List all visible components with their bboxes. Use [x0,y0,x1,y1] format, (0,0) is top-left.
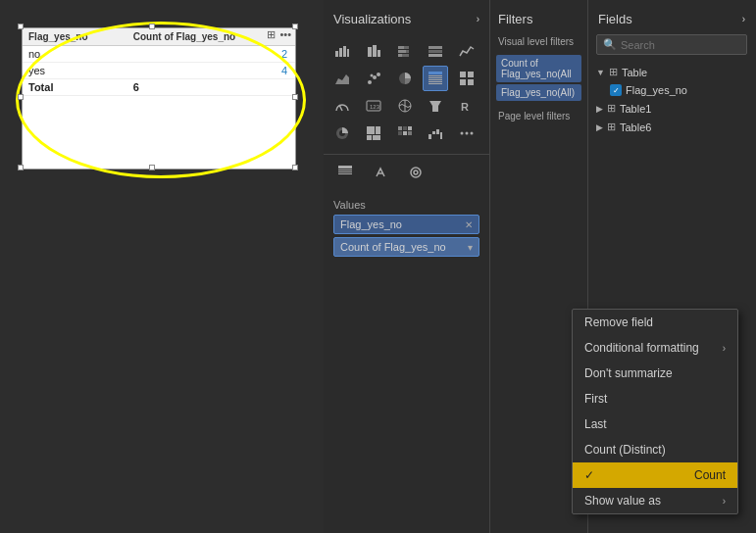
selection-handle[interactable] [292,94,298,100]
svg-rect-3 [347,49,349,57]
viz-treemap[interactable] [361,121,386,146]
menu-item-label: First [584,392,607,406]
table-row: yes 4 [23,63,295,79]
selection-handle[interactable] [18,24,24,29]
viz-card[interactable]: 123 [361,93,386,119]
field-item-flag-yes-no[interactable]: ✓ Flag_yes_no [588,81,755,99]
svg-rect-6 [378,50,380,57]
field-row-label: Flag_yes_no [340,218,402,230]
more-icon[interactable]: ••• [279,28,291,41]
data-table: Flag_yes_no Count of Flag_yes_no no 2 ye… [23,28,295,96]
checkmark-icon: ✓ [584,468,594,482]
tab-format[interactable] [369,161,392,187]
table-widget[interactable]: ⊞ ••• Flag_yes_no Count of Flag_yes_no n… [22,27,296,170]
selection-handle[interactable] [149,24,155,29]
viz-matrix[interactable] [454,66,479,91]
col-header-1: Flag_yes_no [23,28,127,46]
menu-item-show-value[interactable]: Show value as › [573,488,737,513]
svg-rect-47 [408,126,412,130]
filter-field-1[interactable]: Count of Flag_yes_no(All [496,55,581,82]
field-row-count[interactable]: Count of Flag_yes_no ▾ [333,237,479,257]
menu-item-conditional[interactable]: Conditional formatting › [573,335,737,361]
svg-rect-23 [428,75,442,76]
selection-handle[interactable] [292,24,298,29]
svg-rect-14 [428,50,442,53]
viz-scatter[interactable] [361,66,386,91]
field-item-table1[interactable]: ▶ ⊞ Table1 [588,99,755,118]
field-label: Table6 [620,121,651,133]
viz-bar-chart[interactable] [329,38,355,64]
fields-panel-title: Fields [598,12,632,26]
submenu-arrow-icon: › [723,496,726,507]
svg-point-17 [368,80,372,84]
selection-handle[interactable] [292,165,298,170]
menu-item-label: Conditional formatting [584,341,699,355]
menu-item-label: Show value as [584,494,661,508]
viz-icons-grid: 123 R [324,34,489,150]
svg-point-57 [471,132,474,135]
expand-arrow-icon: ▼ [596,68,605,77]
menu-item-remove[interactable]: Remove field [573,310,737,335]
viz-table[interactable] [423,66,448,91]
menu-item-count[interactable]: ✓ Count [573,462,737,488]
svg-rect-59 [338,170,352,170]
expand-icon[interactable]: ⊞ [267,28,276,41]
svg-rect-9 [398,50,406,53]
viz-more[interactable] [454,121,479,146]
svg-rect-50 [408,131,412,135]
svg-rect-8 [404,46,409,49]
viz-stacked-bar[interactable] [392,38,418,64]
table-row: no 2 [23,46,295,63]
search-input[interactable] [621,39,740,51]
svg-rect-12 [402,54,409,57]
viz-gauge[interactable] [329,93,355,119]
viz-pie[interactable] [392,66,418,91]
checkbox-flag[interactable]: ✓ [610,84,622,96]
svg-rect-43 [367,135,372,140]
viz-column-chart[interactable] [361,38,386,64]
menu-item-last[interactable]: Last [573,412,737,437]
viz-heatmap[interactable] [392,121,418,146]
svg-rect-31 [468,79,474,85]
menu-item-first[interactable]: First [573,386,737,412]
viz-100-bar[interactable] [423,38,448,64]
svg-text:123: 123 [370,104,380,110]
svg-rect-48 [398,131,402,135]
viz-r-visual[interactable]: R [454,93,479,119]
tab-analytics[interactable] [404,161,428,187]
widget-header: ⊞ ••• [263,26,295,43]
svg-rect-11 [398,54,402,57]
chevron-right-icon[interactable]: › [742,14,745,24]
selection-handle[interactable] [149,165,155,170]
svg-rect-22 [428,72,442,74]
svg-rect-58 [338,166,352,169]
svg-rect-49 [403,131,407,135]
viz-area-chart[interactable] [329,66,355,91]
menu-item-dont-summarize[interactable]: Don't summarize [573,361,737,386]
field-item-table6[interactable]: ▶ ⊞ Table6 [588,118,755,136]
selection-handle[interactable] [18,94,24,100]
field-row-flag[interactable]: Flag_yes_no ✕ [333,215,479,234]
table-group-header[interactable]: ▼ ⊞ Table [588,63,755,81]
menu-item-count-distinct[interactable]: Count (Distinct) [573,437,737,462]
svg-rect-0 [335,51,338,57]
svg-rect-27 [428,83,442,84]
svg-rect-24 [428,77,442,78]
search-box[interactable]: 🔍 [596,34,747,55]
close-icon[interactable]: ✕ [465,219,473,230]
viz-donut[interactable] [329,121,355,146]
selection-handle[interactable] [18,165,24,170]
chevron-down-icon[interactable]: ▾ [468,242,473,253]
values-section: Values Flag_yes_no ✕ Count of Flag_yes_n… [324,193,489,264]
menu-item-label: Last [584,417,607,431]
filter-field-2[interactable]: Flag_yes_no(All) [496,84,581,101]
chevron-right-icon[interactable]: › [477,14,479,24]
viz-waterfall[interactable] [423,121,448,146]
tab-fields[interactable] [333,161,357,187]
viz-funnel[interactable] [423,93,448,119]
svg-text:R: R [461,101,469,113]
svg-rect-30 [460,79,466,85]
viz-line-chart[interactable] [454,38,479,64]
viz-map[interactable] [392,93,418,119]
svg-rect-51 [428,134,431,139]
